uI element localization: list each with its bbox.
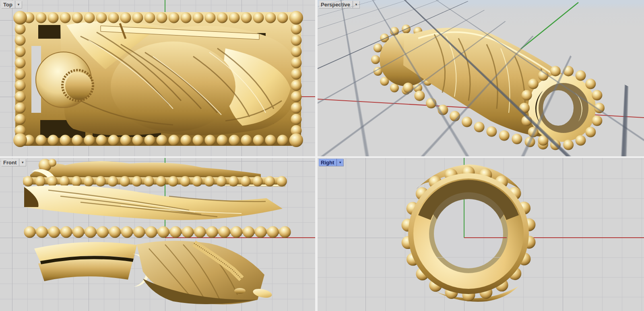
viewport-top[interactable]: Top ▼ [0, 0, 315, 156]
viewport-label-perspective[interactable]: Perspective ▼ [319, 1, 359, 8]
dropdown-arrow-icon[interactable]: ▼ [19, 159, 26, 166]
viewport-label-front[interactable]: Front ▼ [1, 159, 26, 166]
viewport-perspective[interactable]: Perspective ▼ [318, 0, 644, 156]
wing-relief [24, 185, 283, 220]
dropdown-arrow-icon[interactable]: ▼ [15, 1, 22, 8]
gold-ring-model-perspective-view[interactable] [318, 0, 644, 156]
viewport-title: Perspective [319, 1, 353, 8]
gold-ring-model-front-view[interactable] [0, 158, 315, 311]
viewport-front[interactable]: Front ▼ [0, 158, 315, 311]
ring-hole [434, 199, 503, 268]
viewport-label-top[interactable]: Top ▼ [1, 1, 22, 8]
saint-relief [60, 21, 299, 135]
viewport-right[interactable]: Right ▼ [318, 158, 644, 311]
viewport-title: Front [1, 159, 19, 166]
gold-ring-model-right-view[interactable] [318, 158, 644, 311]
gold-ring-model-top-view[interactable] [0, 0, 315, 156]
dropdown-arrow-icon[interactable]: ▼ [336, 159, 343, 166]
viewport-title: Top [1, 1, 15, 8]
viewport-title: Right [319, 159, 336, 166]
viewport-label-right[interactable]: Right ▼ [319, 159, 343, 166]
dropdown-arrow-icon[interactable]: ▼ [353, 1, 359, 8]
lower-relief [34, 241, 273, 305]
viewport-layout: Top ▼ [0, 0, 644, 311]
